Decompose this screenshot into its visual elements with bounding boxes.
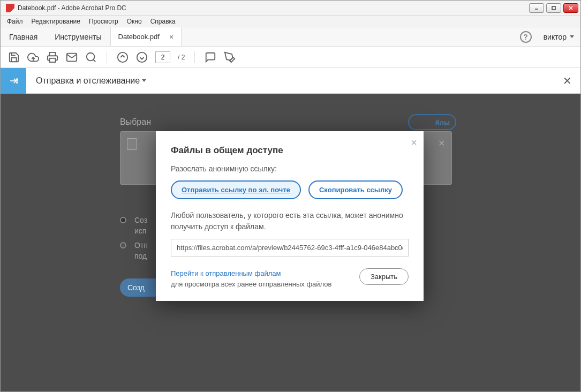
svg-point-8 [118,52,127,62]
svg-rect-1 [552,6,555,10]
sign-icon[interactable] [224,51,236,63]
page-total-label: / 2 [178,54,185,61]
help-icon[interactable]: ? [520,31,532,43]
svg-point-13 [17,82,18,83]
sent-files-link[interactable]: Перейти к отправленным файлам [171,269,281,277]
share-url-field[interactable] [171,239,409,257]
menu-view[interactable]: Просмотр [85,16,123,27]
send-email-button[interactable]: Отправить ссылку по эл. почте [171,180,301,199]
bg-radio-2 [120,242,126,248]
search-icon[interactable] [85,51,97,63]
send-track-close-icon[interactable]: ✕ [554,74,580,87]
window-titlebar: Datebook.pdf - Adobe Acrobat Pro DC [1,1,580,16]
dialog-close-icon[interactable]: × [411,137,417,149]
svg-rect-4 [50,58,56,62]
file-icon [127,138,137,150]
svg-point-11 [17,78,18,79]
bg-radio-1 [120,217,126,223]
send-track-bar: Отправка и отслеживание ✕ [1,68,580,94]
app-icon [6,4,14,12]
tab-document-close-icon[interactable]: × [169,33,173,41]
page-up-icon[interactable] [117,51,129,63]
bg-radio-label-1b: исп [134,227,146,235]
menu-edit[interactable]: Редактирование [27,16,85,27]
tab-document-label: Datebook.pdf [118,33,160,41]
window-title: Datebook.pdf - Adobe Acrobat Pro DC [18,4,529,12]
cloud-upload-icon[interactable] [27,51,39,63]
svg-point-12 [17,80,18,81]
menu-window[interactable]: Окно [123,16,146,27]
send-track-icon[interactable] [1,68,26,94]
svg-point-6 [87,52,95,61]
svg-line-7 [93,59,95,62]
user-name: виктор [544,33,567,41]
dialog-subtitle: Разослать анонимную ссылку: [171,164,409,173]
dialog-description: Любой пользователь, у которого есть эта … [171,210,409,232]
bg-radio-label-1a: Соз [134,216,147,224]
page-down-icon[interactable] [136,51,148,63]
minimize-button[interactable] [529,3,544,13]
bg-select-label: Выбран [120,117,151,127]
tab-tools[interactable]: Инструменты [46,27,110,46]
comment-icon[interactable] [205,51,216,63]
dialog-title: Файлы в общем доступе [171,145,409,156]
sent-files-desc: для просмотра всех ранее отправленных фа… [171,280,331,288]
bg-radio-label-2b: под [134,252,147,260]
caret-down-icon [142,79,146,82]
caret-down-icon [570,35,574,38]
bg-card-close-icon: ✕ [438,138,445,148]
user-menu[interactable]: виктор [537,27,580,46]
dialog-footer-text: Перейти к отправленным файлам для просмо… [171,268,331,289]
share-dialog: × Файлы в общем доступе Разослать аноним… [156,131,424,301]
tab-document[interactable]: Datebook.pdf × [110,27,182,46]
svg-point-9 [137,52,147,62]
bg-radio-label-2a: Отп [134,241,148,250]
maximize-button[interactable] [546,3,561,13]
menu-help[interactable]: Справка [146,16,180,27]
dialog-close-button[interactable]: Закрыть [359,268,409,285]
print-icon[interactable] [47,51,58,63]
bg-add-files-button: йлы [408,114,456,130]
save-icon[interactable] [8,51,20,63]
menu-bar: Файл Редактирование Просмотр Окно Справк… [1,16,580,27]
page-number-input[interactable] [155,51,170,63]
menu-file[interactable]: Файл [3,16,27,27]
close-window-button[interactable] [563,3,578,13]
send-track-title[interactable]: Отправка и отслеживание [26,76,146,86]
toolbar: / 2 [1,47,580,68]
window-controls [529,3,578,13]
mail-icon[interactable] [66,51,78,63]
copy-link-button[interactable]: Скопировать ссылку [308,180,403,199]
tab-home[interactable]: Главная [1,27,46,46]
tabs-row: Главная Инструменты Datebook.pdf × ? вик… [1,27,580,47]
